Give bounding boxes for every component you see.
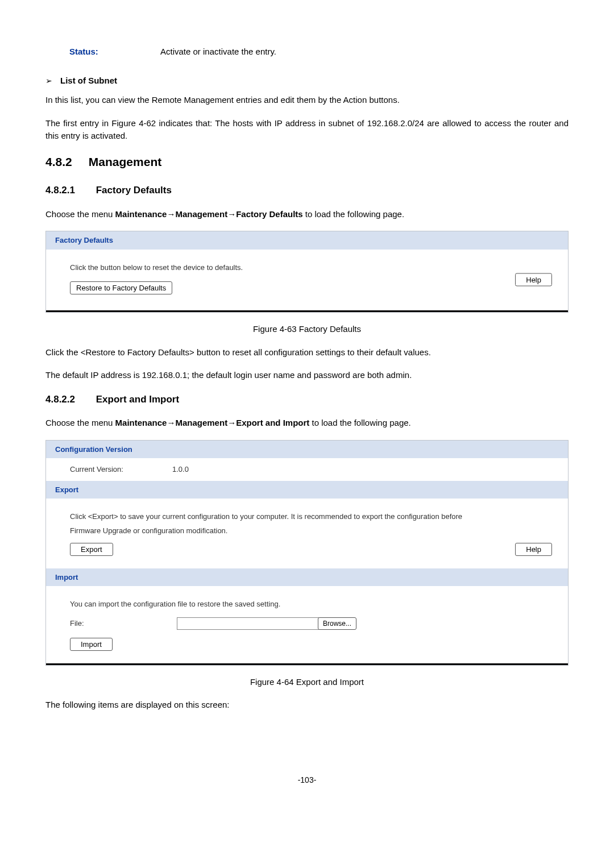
current-version-value: 1.0.0 — [172, 464, 189, 475]
panel-separator — [46, 663, 568, 665]
export-text: Click <Export> to save your current conf… — [70, 510, 477, 538]
panel-separator — [46, 310, 568, 312]
import-text: You can import the configuration file to… — [70, 597, 552, 612]
factory-after-2: The default IP address is 192.168.0.1; t… — [45, 369, 569, 382]
panel-header-factory: Factory Defaults — [46, 231, 568, 250]
file-label: File: — [70, 618, 177, 629]
page-number: -103- — [45, 774, 569, 786]
file-path-input[interactable] — [177, 617, 319, 630]
section-title: Management — [89, 155, 161, 168]
figure-4-63-caption: Figure 4-63 Factory Defaults — [45, 323, 569, 336]
arrow-icon — [167, 418, 175, 427]
factory-defaults-text: Click the button below to reset the devi… — [70, 261, 552, 275]
current-version-label: Current Version: — [70, 464, 172, 475]
import-button[interactable]: Import — [70, 638, 113, 651]
factory-defaults-panel: Factory Defaults Click the button below … — [45, 231, 569, 313]
subsection-num: 4.8.2.1 — [45, 183, 93, 198]
arrow-icon — [167, 209, 175, 219]
choose-menu-2: Choose the menu MaintenanceManagementExp… — [45, 417, 569, 430]
status-label: Status: — [69, 45, 160, 59]
list-subnet-p2: The first entry in Figure 4-62 indicates… — [45, 117, 569, 143]
browse-button[interactable]: Browse... — [318, 617, 356, 630]
panel-header-export: Export — [46, 481, 568, 499]
panel-header-import: Import — [46, 568, 568, 587]
section-4-8-2-1: 4.8.2.1 Factory Defaults — [45, 183, 569, 198]
arrow-icon — [227, 418, 236, 427]
list-of-subnet-heading: List of Subnet — [60, 74, 117, 88]
restore-factory-defaults-button[interactable]: Restore to Factory Defaults — [70, 281, 172, 294]
export-import-panel: Configuration Version Current Version: 1… — [45, 440, 569, 666]
status-desc: Activate or inactivate the entry. — [160, 45, 276, 59]
subsection-title: Factory Defaults — [96, 185, 172, 196]
panel-header-config-version: Configuration Version — [46, 441, 568, 459]
subsection-title: Export and Import — [96, 394, 179, 405]
section-num: 4.8.2 — [45, 153, 85, 171]
arrow-icon — [227, 209, 236, 219]
section-4-8-2: 4.8.2 Management — [45, 153, 569, 171]
export-button[interactable]: Export — [70, 543, 113, 556]
choose-menu-1: Choose the menu MaintenanceManagementFac… — [45, 208, 569, 221]
following-items-text: The following items are displayed on thi… — [45, 699, 569, 712]
help-button[interactable]: Help — [515, 543, 552, 556]
factory-after-1: Click the <Restore to Factory Defaults> … — [45, 346, 569, 359]
figure-4-64-caption: Figure 4-64 Export and Import — [45, 676, 569, 689]
help-button[interactable]: Help — [515, 273, 552, 286]
bullet-icon: ➢ — [45, 75, 52, 87]
section-4-8-2-2: 4.8.2.2 Export and Import — [45, 392, 569, 407]
subsection-num: 4.8.2.2 — [45, 392, 93, 407]
list-subnet-p1: In this list, you can view the Remote Ma… — [45, 94, 569, 107]
